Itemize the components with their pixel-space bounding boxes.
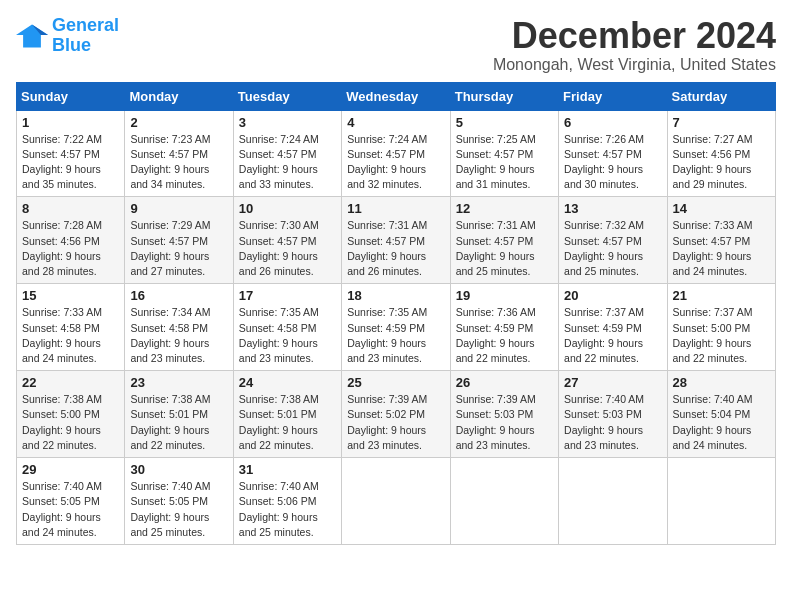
calendar-cell: 5Sunrise: 7:25 AM Sunset: 4:57 PM Daylig… [450,110,558,197]
calendar-subtitle: Monongah, West Virginia, United States [493,56,776,74]
day-info: Sunrise: 7:37 AM Sunset: 4:59 PM Dayligh… [564,305,661,366]
day-number: 16 [130,288,227,303]
day-info: Sunrise: 7:28 AM Sunset: 4:56 PM Dayligh… [22,218,119,279]
day-info: Sunrise: 7:31 AM Sunset: 4:57 PM Dayligh… [456,218,553,279]
title-area: December 2024 Monongah, West Virginia, U… [493,16,776,74]
day-info: Sunrise: 7:39 AM Sunset: 5:03 PM Dayligh… [456,392,553,453]
day-info: Sunrise: 7:35 AM Sunset: 4:58 PM Dayligh… [239,305,336,366]
day-number: 13 [564,201,661,216]
day-info: Sunrise: 7:31 AM Sunset: 4:57 PM Dayligh… [347,218,444,279]
day-info: Sunrise: 7:38 AM Sunset: 5:01 PM Dayligh… [239,392,336,453]
day-number: 30 [130,462,227,477]
day-number: 8 [22,201,119,216]
day-info: Sunrise: 7:38 AM Sunset: 5:01 PM Dayligh… [130,392,227,453]
weekday-header-tuesday: Tuesday [233,82,341,110]
day-number: 4 [347,115,444,130]
calendar-cell: 17Sunrise: 7:35 AM Sunset: 4:58 PM Dayli… [233,284,341,371]
day-number: 21 [673,288,770,303]
day-info: Sunrise: 7:33 AM Sunset: 4:57 PM Dayligh… [673,218,770,279]
logo-text: General Blue [52,16,119,56]
day-number: 12 [456,201,553,216]
day-number: 17 [239,288,336,303]
weekday-header-sunday: Sunday [17,82,125,110]
day-info: Sunrise: 7:40 AM Sunset: 5:06 PM Dayligh… [239,479,336,540]
day-number: 11 [347,201,444,216]
day-number: 6 [564,115,661,130]
calendar-cell: 7Sunrise: 7:27 AM Sunset: 4:56 PM Daylig… [667,110,775,197]
day-info: Sunrise: 7:37 AM Sunset: 5:00 PM Dayligh… [673,305,770,366]
weekday-header-monday: Monday [125,82,233,110]
day-info: Sunrise: 7:29 AM Sunset: 4:57 PM Dayligh… [130,218,227,279]
calendar-week-row: 1Sunrise: 7:22 AM Sunset: 4:57 PM Daylig… [17,110,776,197]
calendar-cell: 24Sunrise: 7:38 AM Sunset: 5:01 PM Dayli… [233,371,341,458]
calendar-cell [342,458,450,545]
calendar-cell: 6Sunrise: 7:26 AM Sunset: 4:57 PM Daylig… [559,110,667,197]
calendar-cell: 29Sunrise: 7:40 AM Sunset: 5:05 PM Dayli… [17,458,125,545]
logo-blue: Blue [52,35,91,55]
day-number: 27 [564,375,661,390]
weekday-header-wednesday: Wednesday [342,82,450,110]
day-number: 18 [347,288,444,303]
day-number: 9 [130,201,227,216]
calendar-cell: 26Sunrise: 7:39 AM Sunset: 5:03 PM Dayli… [450,371,558,458]
day-info: Sunrise: 7:38 AM Sunset: 5:00 PM Dayligh… [22,392,119,453]
calendar-cell: 12Sunrise: 7:31 AM Sunset: 4:57 PM Dayli… [450,197,558,284]
day-info: Sunrise: 7:30 AM Sunset: 4:57 PM Dayligh… [239,218,336,279]
calendar-cell: 22Sunrise: 7:38 AM Sunset: 5:00 PM Dayli… [17,371,125,458]
calendar-cell: 30Sunrise: 7:40 AM Sunset: 5:05 PM Dayli… [125,458,233,545]
day-number: 20 [564,288,661,303]
day-info: Sunrise: 7:32 AM Sunset: 4:57 PM Dayligh… [564,218,661,279]
weekday-header-saturday: Saturday [667,82,775,110]
day-number: 24 [239,375,336,390]
day-info: Sunrise: 7:24 AM Sunset: 4:57 PM Dayligh… [347,132,444,193]
calendar-cell: 10Sunrise: 7:30 AM Sunset: 4:57 PM Dayli… [233,197,341,284]
calendar-cell [559,458,667,545]
calendar-cell: 25Sunrise: 7:39 AM Sunset: 5:02 PM Dayli… [342,371,450,458]
day-info: Sunrise: 7:26 AM Sunset: 4:57 PM Dayligh… [564,132,661,193]
day-number: 31 [239,462,336,477]
day-info: Sunrise: 7:40 AM Sunset: 5:03 PM Dayligh… [564,392,661,453]
calendar-cell: 27Sunrise: 7:40 AM Sunset: 5:03 PM Dayli… [559,371,667,458]
day-number: 25 [347,375,444,390]
day-info: Sunrise: 7:23 AM Sunset: 4:57 PM Dayligh… [130,132,227,193]
day-number: 1 [22,115,119,130]
day-number: 7 [673,115,770,130]
day-info: Sunrise: 7:40 AM Sunset: 5:05 PM Dayligh… [22,479,119,540]
calendar-cell: 11Sunrise: 7:31 AM Sunset: 4:57 PM Dayli… [342,197,450,284]
calendar-cell: 8Sunrise: 7:28 AM Sunset: 4:56 PM Daylig… [17,197,125,284]
calendar-cell: 4Sunrise: 7:24 AM Sunset: 4:57 PM Daylig… [342,110,450,197]
weekday-header-thursday: Thursday [450,82,558,110]
calendar-cell: 9Sunrise: 7:29 AM Sunset: 4:57 PM Daylig… [125,197,233,284]
calendar-cell: 31Sunrise: 7:40 AM Sunset: 5:06 PM Dayli… [233,458,341,545]
day-number: 3 [239,115,336,130]
calendar-cell: 21Sunrise: 7:37 AM Sunset: 5:00 PM Dayli… [667,284,775,371]
day-info: Sunrise: 7:33 AM Sunset: 4:58 PM Dayligh… [22,305,119,366]
day-number: 28 [673,375,770,390]
calendar-cell: 20Sunrise: 7:37 AM Sunset: 4:59 PM Dayli… [559,284,667,371]
day-number: 15 [22,288,119,303]
day-info: Sunrise: 7:39 AM Sunset: 5:02 PM Dayligh… [347,392,444,453]
day-info: Sunrise: 7:27 AM Sunset: 4:56 PM Dayligh… [673,132,770,193]
calendar-cell [450,458,558,545]
day-info: Sunrise: 7:40 AM Sunset: 5:04 PM Dayligh… [673,392,770,453]
calendar-cell: 19Sunrise: 7:36 AM Sunset: 4:59 PM Dayli… [450,284,558,371]
day-number: 14 [673,201,770,216]
day-number: 23 [130,375,227,390]
day-number: 5 [456,115,553,130]
calendar-cell: 13Sunrise: 7:32 AM Sunset: 4:57 PM Dayli… [559,197,667,284]
day-info: Sunrise: 7:25 AM Sunset: 4:57 PM Dayligh… [456,132,553,193]
day-info: Sunrise: 7:40 AM Sunset: 5:05 PM Dayligh… [130,479,227,540]
day-number: 22 [22,375,119,390]
calendar-cell: 2Sunrise: 7:23 AM Sunset: 4:57 PM Daylig… [125,110,233,197]
calendar-cell: 16Sunrise: 7:34 AM Sunset: 4:58 PM Dayli… [125,284,233,371]
day-info: Sunrise: 7:22 AM Sunset: 4:57 PM Dayligh… [22,132,119,193]
calendar-table: SundayMondayTuesdayWednesdayThursdayFrid… [16,82,776,545]
calendar-cell: 15Sunrise: 7:33 AM Sunset: 4:58 PM Dayli… [17,284,125,371]
day-number: 26 [456,375,553,390]
weekday-header-row: SundayMondayTuesdayWednesdayThursdayFrid… [17,82,776,110]
day-number: 19 [456,288,553,303]
calendar-week-row: 15Sunrise: 7:33 AM Sunset: 4:58 PM Dayli… [17,284,776,371]
page-header: General Blue December 2024 Monongah, Wes… [16,16,776,74]
calendar-cell: 14Sunrise: 7:33 AM Sunset: 4:57 PM Dayli… [667,197,775,284]
day-info: Sunrise: 7:36 AM Sunset: 4:59 PM Dayligh… [456,305,553,366]
